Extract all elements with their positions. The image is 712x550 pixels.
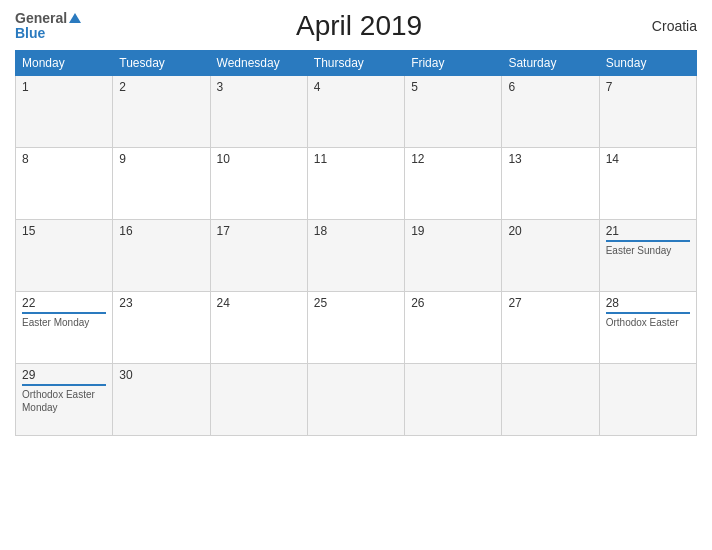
day-number: 11 (314, 152, 398, 166)
holiday-label: Easter Monday (22, 316, 106, 329)
calendar-cell: 19 (405, 220, 502, 292)
day-number: 19 (411, 224, 495, 238)
day-number: 18 (314, 224, 398, 238)
calendar-cell: 15 (16, 220, 113, 292)
day-number: 5 (411, 80, 495, 94)
calendar-cell: 16 (113, 220, 210, 292)
day-number: 16 (119, 224, 203, 238)
calendar-cell: 22Easter Monday (16, 292, 113, 364)
day-number: 28 (606, 296, 690, 310)
calendar-cell: 20 (502, 220, 599, 292)
day-number: 22 (22, 296, 106, 310)
calendar-table: MondayTuesdayWednesdayThursdayFridaySatu… (15, 50, 697, 436)
calendar-cell: 25 (307, 292, 404, 364)
calendar-cell: 11 (307, 148, 404, 220)
calendar-cell: 30 (113, 364, 210, 436)
calendar-cell: 27 (502, 292, 599, 364)
weekday-header-wednesday: Wednesday (210, 51, 307, 76)
day-number: 25 (314, 296, 398, 310)
weekday-header-saturday: Saturday (502, 51, 599, 76)
logo-general: General (15, 11, 67, 26)
calendar-cell: 18 (307, 220, 404, 292)
logo-triangle-icon (69, 13, 81, 23)
day-number: 12 (411, 152, 495, 166)
weekday-header-sunday: Sunday (599, 51, 696, 76)
calendar-cell: 23 (113, 292, 210, 364)
weekday-header-tuesday: Tuesday (113, 51, 210, 76)
calendar-cell: 1 (16, 76, 113, 148)
calendar-cell: 14 (599, 148, 696, 220)
country-label: Croatia (637, 18, 697, 34)
logo-blue: Blue (15, 26, 81, 41)
calendar-cell: 26 (405, 292, 502, 364)
day-number: 10 (217, 152, 301, 166)
calendar-page: General Blue April 2019 Croatia MondayTu… (0, 0, 712, 550)
holiday-line (22, 312, 106, 314)
day-number: 13 (508, 152, 592, 166)
weekday-header-friday: Friday (405, 51, 502, 76)
calendar-cell (599, 364, 696, 436)
calendar-cell (307, 364, 404, 436)
day-number: 2 (119, 80, 203, 94)
day-number: 3 (217, 80, 301, 94)
holiday-line (22, 384, 106, 386)
day-number: 27 (508, 296, 592, 310)
holiday-label: Orthodox Easter (606, 316, 690, 329)
calendar-body: 123456789101112131415161718192021Easter … (16, 76, 697, 436)
day-number: 8 (22, 152, 106, 166)
calendar-cell: 6 (502, 76, 599, 148)
calendar-cell: 24 (210, 292, 307, 364)
calendar-cell: 3 (210, 76, 307, 148)
holiday-label: Easter Sunday (606, 244, 690, 257)
calendar-cell (502, 364, 599, 436)
day-number: 7 (606, 80, 690, 94)
calendar-cell: 5 (405, 76, 502, 148)
day-number: 24 (217, 296, 301, 310)
week-row-1: 1234567 (16, 76, 697, 148)
week-row-4: 22Easter Monday232425262728Orthodox East… (16, 292, 697, 364)
header: General Blue April 2019 Croatia (15, 10, 697, 42)
day-number: 15 (22, 224, 106, 238)
weekday-header-thursday: Thursday (307, 51, 404, 76)
calendar-cell: 12 (405, 148, 502, 220)
weekday-header-row: MondayTuesdayWednesdayThursdayFridaySatu… (16, 51, 697, 76)
day-number: 20 (508, 224, 592, 238)
calendar-cell: 10 (210, 148, 307, 220)
week-row-2: 891011121314 (16, 148, 697, 220)
day-number: 21 (606, 224, 690, 238)
calendar-cell: 9 (113, 148, 210, 220)
day-number: 6 (508, 80, 592, 94)
week-row-3: 15161718192021Easter Sunday (16, 220, 697, 292)
weekday-header-monday: Monday (16, 51, 113, 76)
day-number: 9 (119, 152, 203, 166)
day-number: 29 (22, 368, 106, 382)
day-number: 26 (411, 296, 495, 310)
calendar-cell: 21Easter Sunday (599, 220, 696, 292)
calendar-cell: 13 (502, 148, 599, 220)
calendar-title: April 2019 (81, 10, 637, 42)
calendar-cell: 8 (16, 148, 113, 220)
calendar-cell (210, 364, 307, 436)
day-number: 1 (22, 80, 106, 94)
calendar-cell: 2 (113, 76, 210, 148)
calendar-cell: 7 (599, 76, 696, 148)
calendar-cell: 17 (210, 220, 307, 292)
day-number: 14 (606, 152, 690, 166)
day-number: 23 (119, 296, 203, 310)
calendar-cell: 4 (307, 76, 404, 148)
calendar-cell: 29Orthodox Easter Monday (16, 364, 113, 436)
calendar-header: MondayTuesdayWednesdayThursdayFridaySatu… (16, 51, 697, 76)
holiday-line (606, 312, 690, 314)
week-row-5: 29Orthodox Easter Monday30 (16, 364, 697, 436)
holiday-label: Orthodox Easter Monday (22, 388, 106, 414)
day-number: 4 (314, 80, 398, 94)
logo: General Blue (15, 11, 81, 42)
day-number: 30 (119, 368, 203, 382)
calendar-cell: 28Orthodox Easter (599, 292, 696, 364)
holiday-line (606, 240, 690, 242)
calendar-cell (405, 364, 502, 436)
day-number: 17 (217, 224, 301, 238)
